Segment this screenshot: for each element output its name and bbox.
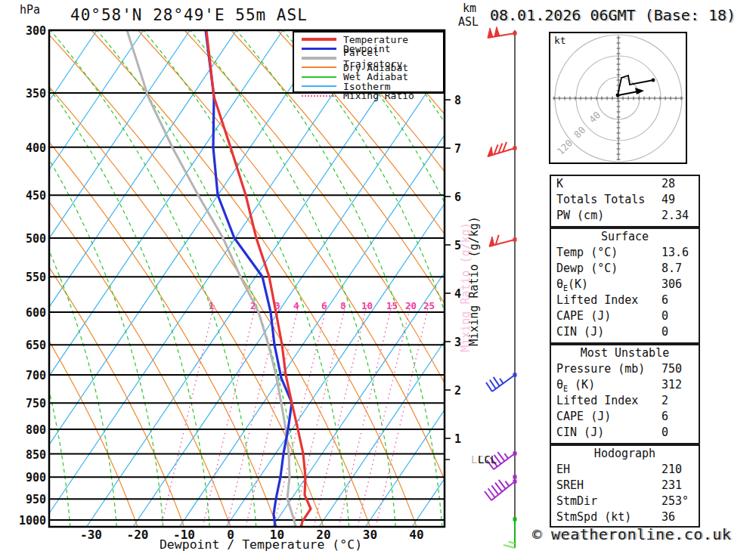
table-row: Lifted Index6 <box>551 292 699 308</box>
mixing-ratio-label: 10 <box>361 300 373 311</box>
table-row-label: Temp (°C) <box>556 246 618 259</box>
table-row-label: K <box>556 177 563 190</box>
table-row: θE (K)312 <box>551 377 699 393</box>
pressure-tick-label: 650 <box>13 339 46 352</box>
mixing-ratio-label: 1 <box>209 300 215 311</box>
legend-label: Mixing Ratio <box>343 90 414 101</box>
run-datetime-label: 08.01.2026 06GMT (Base: 18) <box>490 8 736 23</box>
table-row-label: Lifted Index <box>556 394 638 407</box>
km-tick-label: 8 <box>454 94 461 107</box>
table-row-label: Lifted Index <box>556 293 638 307</box>
km-tick-label: 6 <box>454 190 461 204</box>
table-row-label: PW (cm) <box>556 209 604 222</box>
table-row-label: Dewp (°C) <box>556 262 618 275</box>
table-row-value: 2 <box>662 393 668 409</box>
mixing-ratio-label: 3 <box>274 300 280 311</box>
pressure-tick-label: 800 <box>13 423 46 437</box>
table-row-value: 306 <box>662 277 682 292</box>
mixing-ratio-label: 6 <box>321 300 327 311</box>
table-row-value: 13.6 <box>662 245 689 261</box>
mixing-ratio-label: 25 <box>423 300 435 311</box>
legend-swatch-parcel-trajectory <box>302 57 336 60</box>
table-row: K28 <box>551 176 699 192</box>
lcl-label: LCL <box>478 454 497 466</box>
copyright-label: © weatheronline.co.uk <box>532 527 731 543</box>
pressure-tick-label: 500 <box>13 232 46 246</box>
table-row-value: 2.34 <box>662 208 689 224</box>
table-row-value: 49 <box>662 192 675 208</box>
legend-item: Mixing Ratio <box>302 91 443 100</box>
temp-tick-label: -30 <box>69 528 114 542</box>
table-row: SREH231 <box>551 478 699 494</box>
table-row-value: 6 <box>662 409 668 425</box>
table-row: CIN (J)0 <box>551 324 699 340</box>
pressure-tick-label: 950 <box>13 493 46 506</box>
pressure-tick-label: 400 <box>13 141 46 155</box>
table-row-label: Pressure (mb) <box>556 362 645 376</box>
table-row-label: CIN (J) <box>556 426 604 439</box>
pressure-unit-label: hPa <box>20 5 40 17</box>
table-row: CIN (J)0 <box>551 425 699 441</box>
mixing-ratio-label: 4 <box>293 300 299 311</box>
mixing-ratio-label: 20 <box>405 300 417 311</box>
km-tick-label: 1 <box>454 432 461 446</box>
pressure-tick-label: 350 <box>13 87 46 101</box>
legend-swatch-wet-adiabat <box>302 76 336 78</box>
table-row: Lifted Index2 <box>551 393 699 409</box>
table-row: θE(K)306 <box>551 277 699 292</box>
table-row: EH210 <box>551 462 699 478</box>
table-row-value: 0 <box>662 308 668 324</box>
legend-swatch-dewpoint <box>302 48 336 51</box>
pressure-tick-label: 900 <box>13 471 46 484</box>
pressure-tick-label: 750 <box>13 397 46 410</box>
asl-unit-label: ASL <box>458 17 479 29</box>
table-row-label: StmDir <box>556 494 597 508</box>
pressure-tick-label: 700 <box>13 369 46 382</box>
legend-swatch-dry-adiabat <box>302 67 336 68</box>
table-header: Hodograph <box>551 446 699 462</box>
table-row: CAPE (J)0 <box>551 308 699 324</box>
table-row: StmSpd (kt)36 <box>551 509 699 525</box>
table-row-value: 8.7 <box>662 261 682 277</box>
temp-tick-label: 40 <box>394 528 439 542</box>
mixing-ratio-label: 8 <box>340 300 346 311</box>
table-row-label: CAPE (J) <box>556 309 611 323</box>
table-row: Pressure (mb)750 <box>551 361 699 377</box>
table-row-value: 210 <box>662 462 682 478</box>
x-axis-title: Dewpoint / Temperature (°C) <box>136 538 386 551</box>
table-row-value: 231 <box>662 478 682 494</box>
legend-swatch-mixing-ratio <box>302 95 336 97</box>
skewt-sounding-page: 4080120 hPa 40°58'N 28°49'E 55m ASL km A… <box>0 0 756 554</box>
table-row-label: CIN (J) <box>556 325 604 339</box>
table-row-value: 0 <box>662 425 668 441</box>
mixing-ratio-label: 15 <box>386 300 398 311</box>
km-unit-label: km <box>463 3 476 15</box>
table-row: Dewp (°C)8.7 <box>551 261 699 277</box>
table-row-label: CAPE (J) <box>556 410 611 423</box>
table-row-value: 0 <box>662 324 668 340</box>
table-row-value: 253° <box>662 494 689 509</box>
indices-table: SurfaceTemp (°C)13.6Dewp (°C)8.7θE(K)306… <box>550 227 700 344</box>
km-tick-label: 2 <box>454 384 461 398</box>
table-row-label: Totals Totals <box>556 193 645 206</box>
table-row-label: θE (K) <box>556 378 595 392</box>
mixing-ratio-label: 2 <box>250 300 256 311</box>
pressure-tick-label: 600 <box>13 306 46 320</box>
table-row-value: 6 <box>662 292 668 308</box>
table-header: Most Unstable <box>551 345 699 361</box>
table-row-value: 28 <box>662 176 675 192</box>
pressure-tick-label: 450 <box>13 189 46 203</box>
pressure-tick-label: 1000 <box>13 514 46 528</box>
chart-legend: TemperatureDewpointParcel TrajectoryDry … <box>293 31 445 93</box>
table-row: Totals Totals49 <box>551 192 699 208</box>
legend-swatch-temperature <box>302 38 336 41</box>
mixing-ratio-axis-label: Mixing Ratio (g/kg) <box>469 216 481 346</box>
table-row-label: EH <box>556 463 570 476</box>
table-row-value: 750 <box>662 361 682 377</box>
table-row-label: SREH <box>556 478 584 492</box>
table-row-label: StmSpd (kt) <box>556 510 631 524</box>
table-row-value: 36 <box>662 509 675 525</box>
table-row: Temp (°C)13.6 <box>551 245 699 261</box>
pressure-tick-label: 300 <box>13 24 46 38</box>
indices-table: Most UnstablePressure (mb)750θE (K)312Li… <box>550 344 700 444</box>
